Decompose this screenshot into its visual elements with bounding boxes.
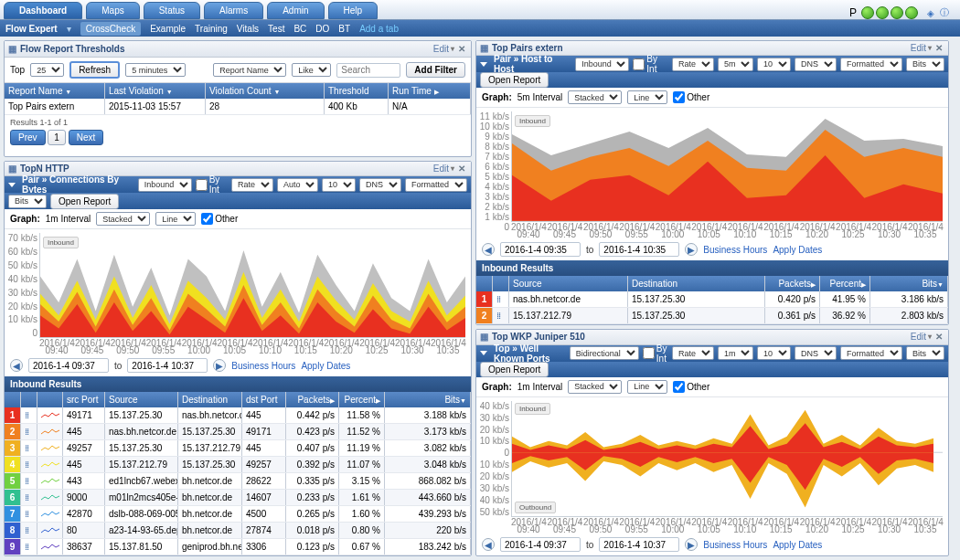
other-check[interactable] <box>673 381 685 393</box>
close-icon[interactable]: ✕ <box>456 164 467 174</box>
direction-select[interactable]: Inbound <box>575 58 629 71</box>
unit-select[interactable]: Bits <box>906 346 944 360</box>
other-check[interactable] <box>201 213 213 225</box>
dns-select[interactable]: DNS <box>359 178 401 192</box>
dns-select[interactable]: DNS <box>795 346 837 360</box>
metric-select[interactable]: Rate <box>672 58 714 71</box>
byint-check[interactable] <box>643 347 655 359</box>
add-filter-button[interactable]: Add Filter <box>406 62 465 78</box>
col-packets[interactable]: Packets▶ <box>765 276 820 291</box>
edit-link[interactable]: Edit <box>911 332 926 342</box>
tab-alarms[interactable]: Alarms <box>204 2 263 19</box>
fmt-select[interactable]: Formatted <box>840 346 902 360</box>
stacked-select[interactable]: Stacked <box>96 212 150 226</box>
subtab-vitals[interactable]: Vitals <box>237 24 259 34</box>
unit-select[interactable]: Bits <box>906 58 944 71</box>
threshold-row[interactable]: Top Pairs extern 2015-11-03 15:57 28 400… <box>5 99 471 115</box>
table-row[interactable]: 3⁞⁞4925715.137.25.3015.137.212.794450.40… <box>5 440 471 457</box>
open-report-button[interactable]: Open Report <box>480 72 549 88</box>
to-date-input[interactable] <box>127 358 208 373</box>
to-date-input[interactable] <box>599 242 679 257</box>
dns-select[interactable]: DNS <box>795 58 837 71</box>
table-row[interactable]: 8⁞⁞80a23-14-93-65.deploy.static.akamaitb… <box>5 523 471 539</box>
filter-field-select[interactable]: Report Name <box>213 63 286 77</box>
next-date-icon[interactable]: ▶ <box>685 243 698 256</box>
tab-dashboard[interactable]: Dashboard <box>4 2 82 19</box>
info-icon[interactable]: ⓘ <box>940 6 949 19</box>
subtab-bc[interactable]: BC <box>293 24 306 34</box>
from-date-input[interactable] <box>500 537 581 552</box>
prev-button[interactable]: Prev <box>10 130 46 145</box>
drag-handle-icon[interactable]: ⁞⁞ <box>25 460 28 470</box>
direction-select[interactable]: Inbound <box>138 178 192 192</box>
col-packets[interactable]: Packets▶ <box>286 392 339 407</box>
prev-date-icon[interactable]: ◀ <box>10 359 23 372</box>
col-runtime[interactable]: Run Time ▶ <box>389 83 471 99</box>
filter-op-select[interactable]: Like <box>292 63 331 77</box>
from-date-input[interactable] <box>500 242 581 257</box>
drag-handle-icon[interactable]: ⁞⁞ <box>496 294 500 304</box>
collapse-icon[interactable] <box>480 351 487 355</box>
prev-date-icon[interactable]: ◀ <box>482 538 495 551</box>
type-select[interactable]: Line <box>155 212 196 226</box>
n-select[interactable]: 10 <box>322 178 356 192</box>
table-row[interactable]: 7⁞⁞42870dslb-088-069-005-126.088.pools.v… <box>5 506 471 523</box>
page-button[interactable]: 1 <box>48 130 66 145</box>
col-source[interactable]: Source <box>105 392 178 407</box>
drag-handle-icon[interactable]: ⁞⁞ <box>25 492 28 502</box>
n-select[interactable]: 10 <box>757 58 791 71</box>
next-button[interactable]: Next <box>69 130 104 145</box>
subtab-test[interactable]: Test <box>268 24 284 34</box>
metric-select[interactable]: Rate <box>231 178 273 192</box>
table-row[interactable]: 6⁞⁞9000m01ln2mcs405e-ms.webex.combh.netc… <box>5 490 471 506</box>
col-bits[interactable]: Bits▼ <box>870 276 948 291</box>
apply-dates-link[interactable]: Apply Dates <box>773 540 822 550</box>
stacked-select[interactable]: Stacked <box>568 380 622 394</box>
apply-dates-link[interactable]: Apply Dates <box>773 245 822 255</box>
table-row[interactable]: 4⁞⁞44515.137.212.7915.137.25.30492570.39… <box>5 457 471 473</box>
table-row[interactable]: 1⁞⁞nas.bh.netcor.de15.137.25.300.420 p/s… <box>476 291 948 308</box>
subtab-crosscheck[interactable]: CrossCheck <box>80 22 141 36</box>
drag-handle-icon[interactable]: ⁞⁞ <box>25 427 28 437</box>
apply-dates-link[interactable]: Apply Dates <box>301 361 350 371</box>
interval-select[interactable]: 5 minutes <box>125 63 186 77</box>
next-date-icon[interactable]: ▶ <box>685 538 698 551</box>
byint-check[interactable] <box>633 58 645 70</box>
to-date-input[interactable] <box>599 537 679 552</box>
tab-status[interactable]: Status <box>144 2 200 19</box>
stacked-select[interactable]: Stacked <box>568 90 622 104</box>
business-hours-link[interactable]: Business Hours <box>231 361 295 371</box>
table-row[interactable]: 2⁞⁞15.137.212.7915.137.25.300.361 p/s36.… <box>476 308 948 324</box>
col-bits[interactable]: Bits▼ <box>385 392 471 407</box>
byint-check[interactable] <box>196 179 208 191</box>
col-dest[interactable]: Destination <box>178 392 242 407</box>
refresh-button[interactable]: Refresh <box>69 61 120 79</box>
type-select[interactable]: Line <box>627 380 667 394</box>
drag-handle-icon[interactable]: ⁞⁞ <box>25 509 28 519</box>
edit-link[interactable]: Edit <box>433 44 449 54</box>
close-icon[interactable]: ✕ <box>456 44 467 55</box>
edit-link[interactable]: Edit <box>911 43 926 53</box>
collapse-icon[interactable] <box>8 183 16 187</box>
type-select[interactable]: Line <box>627 90 667 104</box>
business-hours-link[interactable]: Business Hours <box>703 245 767 255</box>
auto-select[interactable]: Auto <box>277 178 318 192</box>
col-percent[interactable]: Percent▶ <box>820 276 870 291</box>
table-row[interactable]: 5⁞⁞443ed1lncb67.webex.combh.netcor.de286… <box>5 473 471 490</box>
col-srcport[interactable]: src Port <box>63 392 105 407</box>
subtab-do[interactable]: DO <box>315 24 329 34</box>
col-violation-count[interactable]: Violation Count ▼ <box>206 83 325 99</box>
table-row[interactable]: 9⁞⁞3863715.137.81.50geniprod.bh.netcor.d… <box>5 539 471 555</box>
drag-handle-icon[interactable]: ⁞⁞ <box>25 410 28 420</box>
other-check[interactable] <box>673 91 685 103</box>
tab-maps[interactable]: Maps <box>86 2 139 19</box>
table-row[interactable]: 1⁞⁞4917115.137.25.30nas.bh.netcor.de4450… <box>5 407 471 424</box>
subtab-training[interactable]: Training <box>195 24 228 34</box>
win-select[interactable]: 5m <box>718 58 753 71</box>
win-select[interactable]: 1m <box>718 346 753 360</box>
col-report-name[interactable]: Report Name ▼ <box>5 83 105 99</box>
fmt-select[interactable]: Formatted <box>405 178 467 192</box>
feed-icon[interactable]: ◈ <box>927 8 934 18</box>
open-report-button[interactable]: Open Report <box>480 362 549 377</box>
next-date-icon[interactable]: ▶ <box>213 359 226 372</box>
